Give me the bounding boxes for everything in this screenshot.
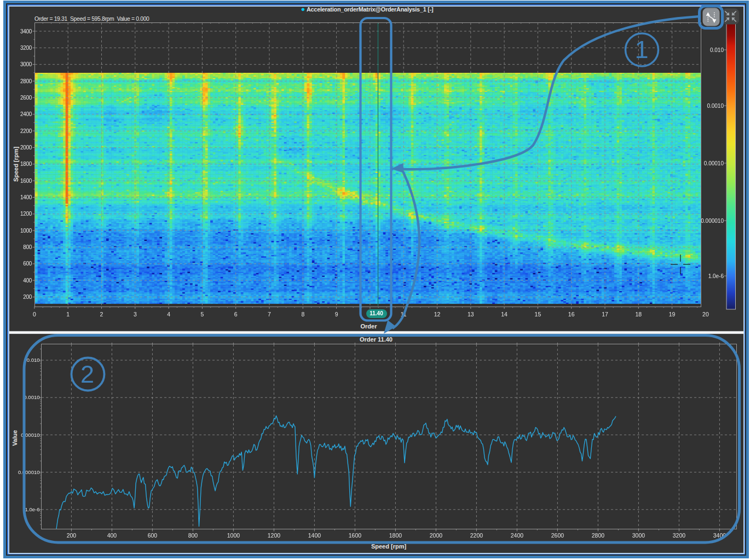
svg-text:1: 1	[634, 36, 648, 63]
svg-text:2: 2	[80, 360, 94, 388]
